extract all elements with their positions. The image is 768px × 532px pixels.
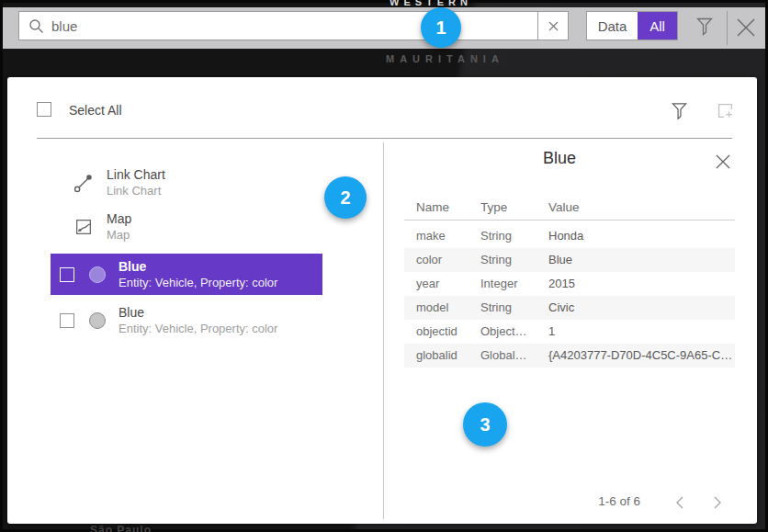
list-detail-divider <box>383 142 384 519</box>
result-item-map[interactable]: Map Map <box>62 206 375 248</box>
cell-value: 1 <box>548 320 555 344</box>
search-field[interactable] <box>18 11 569 40</box>
cell-value: Civic <box>548 296 574 320</box>
search-icon <box>28 18 44 34</box>
result-subtitle: Link Chart <box>107 183 165 198</box>
cell-name: color <box>416 248 442 272</box>
close-x-icon <box>735 17 757 39</box>
result-item-blue-selected[interactable]: Blue Entity: Vehicle, Property: color <box>51 254 322 295</box>
column-header-type: Type <box>480 200 507 214</box>
cell-value: Blue <box>548 248 572 272</box>
add-to-selection-button[interactable] <box>713 98 737 122</box>
toolbar-divider <box>727 11 728 45</box>
cell-type: Object… <box>480 320 527 344</box>
entity-circle-icon <box>89 312 106 329</box>
search-scope-toggle: Data All <box>586 11 678 40</box>
cell-name: year <box>416 272 439 296</box>
map-label-sao-paulo: São Paulo <box>90 524 152 532</box>
filter-funnel-icon <box>671 101 688 121</box>
search-results-panel: Select All Link Chart Link Chart Map <box>7 77 757 524</box>
table-row: color String Blue <box>404 248 735 272</box>
cell-type: Integer <box>480 272 517 296</box>
scope-option-all[interactable]: All <box>638 12 677 40</box>
close-x-icon <box>716 154 730 169</box>
search-filter-button[interactable] <box>692 14 717 40</box>
result-title: Blue <box>119 259 277 275</box>
cell-name: model <box>416 296 448 320</box>
map-icon <box>73 217 94 237</box>
table-header-divider <box>404 220 735 221</box>
chevron-left-icon <box>676 496 683 509</box>
map-label-western: WESTERN <box>390 0 472 7</box>
panel-divider <box>37 138 732 139</box>
result-title: Blue <box>119 305 277 321</box>
detail-close-button[interactable] <box>714 153 732 171</box>
result-title: Link Chart <box>107 167 165 183</box>
table-row: year Integer 2015 <box>404 272 735 296</box>
search-input[interactable] <box>51 18 537 34</box>
result-item-blue[interactable]: Blue Entity: Vehicle, Property: color <box>51 300 322 341</box>
select-all-label: Select All <box>69 103 122 118</box>
filter-funnel-icon <box>695 17 714 37</box>
table-row: objectid Object… 1 <box>404 320 735 344</box>
result-title: Map <box>107 211 131 227</box>
select-all-checkbox[interactable] <box>37 102 51 117</box>
scope-option-data[interactable]: Data <box>587 12 638 40</box>
callout-badge-3: 3 <box>463 402 507 447</box>
cell-type: String <box>480 296 512 320</box>
clear-search-button[interactable] <box>537 12 568 40</box>
result-subtitle: Entity: Vehicle, Property: color <box>119 275 277 290</box>
cell-type: String <box>480 224 512 248</box>
cell-value: {A4203777-D70D-4C5C-9A65-C… <box>548 344 732 368</box>
result-checkbox[interactable] <box>60 313 74 328</box>
table-row: globalid Global… {A4203777-D70D-4C5C-9A6… <box>404 344 735 368</box>
result-subtitle: Entity: Vehicle, Property: color <box>119 321 277 336</box>
link-chart-icon <box>73 173 94 193</box>
cell-type: Global… <box>480 344 527 368</box>
app-window: WESTERN MAURITANIA São Paulo Data All Se… <box>0 0 768 532</box>
column-header-name: Name <box>416 200 449 214</box>
close-search-button[interactable] <box>731 12 761 43</box>
pagination-next-button[interactable] <box>709 494 726 511</box>
entity-circle-icon <box>89 266 106 283</box>
cell-name: objectid <box>416 320 457 344</box>
pagination-prev-button[interactable] <box>672 494 688 511</box>
detail-title: Blue <box>383 149 736 168</box>
square-plus-icon <box>715 100 735 120</box>
pagination-label: 1-6 of 6 <box>553 494 640 508</box>
callout-badge-1: 1 <box>421 7 461 48</box>
cell-name: make <box>416 224 446 248</box>
map-label-mauritania: MAURITANIA <box>386 53 504 64</box>
table-row: model String Civic <box>404 296 735 320</box>
results-filter-button[interactable] <box>667 99 691 123</box>
cell-value: Honda <box>548 224 583 248</box>
result-subtitle: Map <box>107 227 131 243</box>
cell-name: globalid <box>416 344 457 368</box>
table-row: make String Honda <box>404 224 735 248</box>
cell-value: 2015 <box>548 272 575 296</box>
column-header-value: Value <box>548 200 580 214</box>
search-toolbar: Data All <box>3 7 765 49</box>
chevron-right-icon <box>714 496 721 509</box>
clear-x-icon <box>548 21 559 31</box>
cell-type: String <box>480 248 512 272</box>
result-checkbox[interactable] <box>60 267 74 282</box>
callout-badge-2: 2 <box>324 176 367 219</box>
